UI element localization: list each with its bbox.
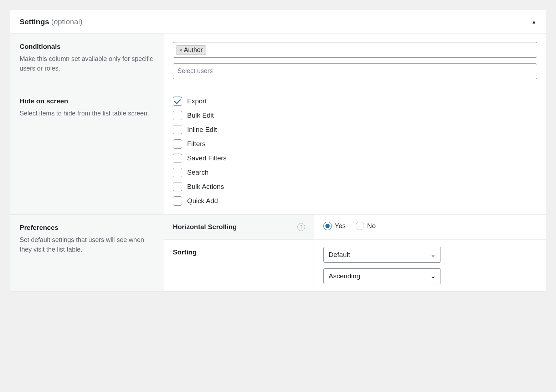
sorting-order-select[interactable]: Ascending <box>323 268 441 284</box>
section-right: ExportBulk EditInline EditFiltersSaved F… <box>164 88 546 214</box>
sorting-label: Sorting <box>173 248 197 256</box>
settings-panel: Settings (optional) ▲ Conditionals Make … <box>10 10 546 292</box>
panel-title: Settings (optional) <box>20 17 82 26</box>
help-icon[interactable]: ? <box>297 223 305 231</box>
section-left: Conditionals Make this column set availa… <box>10 33 164 88</box>
checkbox-box[interactable] <box>173 111 182 120</box>
checkbox-label: Inline Edit <box>187 126 217 134</box>
checkbox-item[interactable]: Search <box>173 168 537 177</box>
prefs-desc: Set default settings that users will see… <box>20 235 155 254</box>
checkbox-box[interactable] <box>173 139 182 149</box>
checkbox-box[interactable] <box>173 168 182 177</box>
radio-yes[interactable]: Yes <box>323 222 346 230</box>
pref-label-cell: Sorting <box>164 240 314 291</box>
checkbox-label: Saved Filters <box>187 154 227 162</box>
checkbox-box[interactable] <box>173 154 182 163</box>
checkbox-label: Bulk Actions <box>187 183 224 191</box>
role-tag-label: Author <box>184 46 203 54</box>
pref-label-cell: Horizontal Scrolling ? <box>164 215 314 239</box>
collapse-icon[interactable]: ▲ <box>531 19 536 25</box>
checkbox-item[interactable]: Quick Add <box>173 196 537 206</box>
checkbox-box[interactable] <box>173 97 182 106</box>
checkbox-label: Bulk Edit <box>187 112 214 119</box>
checkbox-item[interactable]: Filters <box>173 139 537 149</box>
checkbox-item[interactable]: Inline Edit <box>173 125 537 134</box>
panel-title-text: Settings <box>20 17 49 26</box>
section-right: × Author Select users <box>164 33 546 88</box>
checkbox-item[interactable]: Export <box>173 97 537 106</box>
sorting-order-value: Ascending <box>329 272 360 280</box>
prefs-label: Preferences <box>20 224 155 232</box>
radio-no-label: No <box>367 222 376 230</box>
checkbox-item[interactable]: Bulk Actions <box>173 182 537 191</box>
checkbox-item[interactable]: Saved Filters <box>173 154 537 163</box>
hscroll-radio-group: Yes No <box>323 222 536 230</box>
checkbox-label: Export <box>187 97 207 105</box>
conditionals-label: Conditionals <box>20 43 155 51</box>
checkbox-item[interactable]: Bulk Edit <box>173 111 537 120</box>
panel-header[interactable]: Settings (optional) ▲ <box>10 10 546 33</box>
conditionals-desc: Make this column set available only for … <box>20 54 155 73</box>
radio-no[interactable]: No <box>356 222 376 230</box>
pref-control-cell: Yes No <box>314 215 546 239</box>
checkbox-label: Quick Add <box>187 197 218 205</box>
section-hide-on-screen: Hide on screen Select items to hide from… <box>10 88 546 215</box>
role-tag: × Author <box>176 45 206 55</box>
checkbox-box[interactable] <box>173 196 182 206</box>
radio-yes-label: Yes <box>335 222 346 230</box>
users-input[interactable]: Select users <box>173 63 537 79</box>
hide-label: Hide on screen <box>20 97 155 105</box>
remove-tag-icon[interactable]: × <box>179 47 182 53</box>
radio-circle-icon <box>356 222 364 230</box>
section-left: Preferences Set default settings that us… <box>10 215 164 291</box>
section-left: Hide on screen Select items to hide from… <box>10 88 164 214</box>
pref-row-sorting: Sorting Default Ascending <box>164 240 546 291</box>
checkbox-box[interactable] <box>173 182 182 191</box>
roles-input[interactable]: × Author <box>173 42 537 58</box>
section-conditionals: Conditionals Make this column set availa… <box>10 33 546 88</box>
checkbox-label: Search <box>187 169 208 176</box>
prefs-right: Horizontal Scrolling ? Yes No <box>164 215 546 291</box>
chevron-down-icon <box>431 274 436 279</box>
section-preferences: Preferences Set default settings that us… <box>10 215 546 291</box>
sorting-column-select[interactable]: Default <box>323 247 441 263</box>
hscroll-label: Horizontal Scrolling <box>173 223 237 231</box>
checkbox-box[interactable] <box>173 125 182 134</box>
pref-control-cell: Default Ascending <box>314 240 546 291</box>
checkbox-label: Filters <box>187 140 206 148</box>
pref-row-hscroll: Horizontal Scrolling ? Yes No <box>164 215 546 240</box>
chevron-down-icon <box>431 252 436 257</box>
hide-checkbox-list: ExportBulk EditInline EditFiltersSaved F… <box>173 97 537 206</box>
hide-desc: Select items to hide from the list table… <box>20 109 155 118</box>
sorting-column-value: Default <box>329 251 350 259</box>
panel-subtitle: (optional) <box>51 17 83 26</box>
radio-circle-icon <box>323 222 332 230</box>
